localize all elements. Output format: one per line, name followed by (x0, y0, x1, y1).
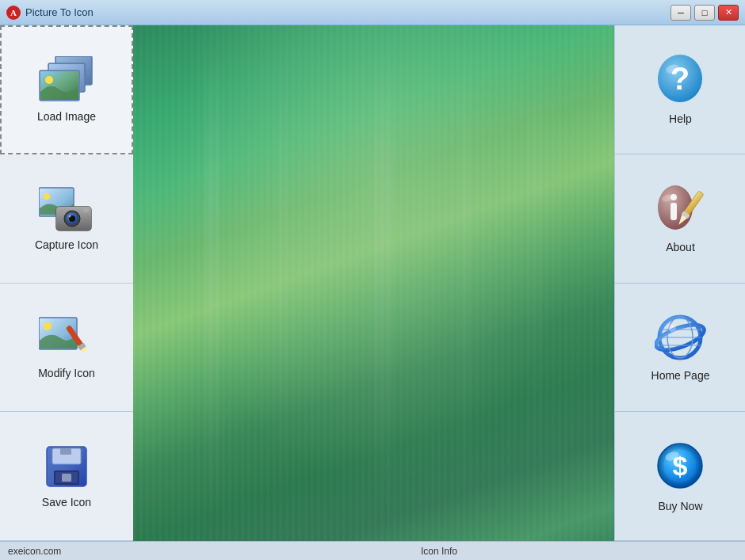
svg-rect-18 (83, 208, 89, 212)
svg-rect-32 (374, 25, 393, 541)
svg-rect-43 (670, 203, 677, 220)
home-page-label: Home Page (651, 369, 710, 382)
svg-point-17 (69, 215, 71, 217)
home-page-icon (655, 312, 706, 361)
svg-rect-33 (460, 25, 470, 541)
save-icon-label: Save Icon (42, 496, 91, 509)
modify-icon-button[interactable]: Modify Icon (0, 284, 133, 413)
capture-icon-button[interactable]: Capture Icon (0, 154, 133, 284)
svg-text:A: A (10, 8, 17, 17)
canvas-area (133, 25, 614, 541)
left-sidebar: Load Image (0, 25, 133, 541)
svg-point-51 (668, 324, 676, 332)
buy-now-button[interactable]: $ Buy Now (615, 412, 745, 541)
svg-point-8 (45, 76, 53, 84)
minimize-button[interactable]: ─ (670, 5, 691, 21)
capture-icon-label: Capture Icon (35, 238, 98, 251)
right-sidebar: ? Help (614, 25, 745, 541)
save-icon-icon (43, 444, 90, 490)
about-label: About (666, 241, 695, 253)
svg-rect-31 (277, 25, 287, 541)
svg-rect-30 (205, 25, 220, 541)
capture-icon-icon (39, 186, 94, 232)
about-button[interactable]: About (615, 154, 745, 284)
status-bar: exeicon.com Icon Info (0, 541, 745, 560)
svg-rect-26 (60, 448, 71, 455)
svg-point-21 (44, 322, 52, 330)
window-title: Picture To Icon (25, 6, 94, 18)
main-container: Load Image (0, 25, 745, 541)
background-decoration (133, 25, 614, 541)
title-bar: A Picture To Icon ─ □ ✕ (0, 0, 745, 25)
status-center: Icon Info (141, 546, 737, 557)
title-bar-left: A Picture To Icon (6, 6, 94, 20)
status-left: exeicon.com (8, 546, 141, 557)
svg-rect-29 (62, 474, 71, 482)
load-image-icon (38, 56, 95, 104)
load-image-label: Load Image (37, 110, 96, 123)
help-icon: ? (655, 53, 706, 105)
home-page-button[interactable]: Home Page (615, 284, 745, 413)
about-icon (653, 184, 709, 233)
help-button[interactable]: ? Help (615, 25, 745, 154)
svg-rect-34 (528, 25, 542, 541)
buy-now-label: Buy Now (658, 500, 702, 512)
app-icon: A (6, 6, 21, 20)
modify-icon-icon (39, 314, 94, 360)
help-label: Help (669, 112, 692, 125)
load-image-button[interactable]: Load Image (0, 25, 133, 154)
svg-point-11 (44, 193, 50, 200)
save-icon-button[interactable]: Save Icon (0, 412, 133, 541)
window-controls: ─ □ ✕ (670, 5, 739, 21)
buy-now-icon: $ (655, 440, 706, 492)
close-button[interactable]: ✕ (718, 5, 739, 21)
modify-icon-label: Modify Icon (38, 367, 95, 379)
maximize-button[interactable]: □ (694, 5, 715, 21)
